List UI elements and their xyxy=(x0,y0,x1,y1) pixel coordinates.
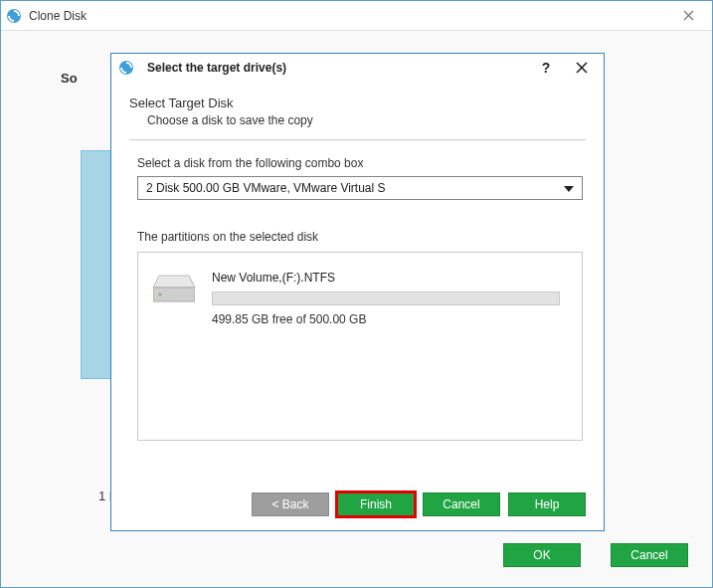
close-icon xyxy=(576,62,588,74)
main-footer-buttons: OK Cancel xyxy=(503,543,688,567)
finish-button[interactable]: Finish xyxy=(337,492,415,516)
dialog-titlebar: Select the target drive(s) ? xyxy=(111,54,604,82)
close-icon xyxy=(683,10,694,21)
main-window-title: Clone Disk xyxy=(29,9,87,23)
dialog-cancel-button[interactable]: Cancel xyxy=(423,492,500,516)
dialog-help-button[interactable]: ? xyxy=(532,56,560,80)
back-button[interactable]: < Back xyxy=(252,492,329,516)
dialog-app-icon xyxy=(117,59,135,77)
partitions-box: New Volume,(F:).NTFS 499.85 GB free of 5… xyxy=(137,252,583,441)
disk-icon xyxy=(152,271,196,310)
dialog-close-button[interactable] xyxy=(566,56,598,80)
partitions-label: The partitions on the selected disk xyxy=(137,230,586,244)
svg-marker-6 xyxy=(564,186,574,192)
target-disk-combo[interactable]: 2 Disk 500.00 GB VMware, VMware Virtual … xyxy=(137,176,583,200)
dialog-body: Select Target Disk Choose a disk to save… xyxy=(111,82,604,441)
free-space-label: 499.85 GB free of 500.00 GB xyxy=(212,312,568,326)
dialog-heading: Select Target Disk xyxy=(129,96,586,110)
cancel-button[interactable]: Cancel xyxy=(611,543,688,567)
partition-info: New Volume,(F:).NTFS 499.85 GB free of 5… xyxy=(212,271,568,326)
dialog-subheading: Choose a disk to save the copy xyxy=(147,113,586,127)
partition-row: New Volume,(F:).NTFS 499.85 GB free of 5… xyxy=(152,271,568,326)
svg-point-9 xyxy=(159,294,162,296)
main-close-button[interactable] xyxy=(668,2,708,30)
main-titlebar: Clone Disk xyxy=(1,1,712,31)
ok-button[interactable]: OK xyxy=(503,543,581,567)
svg-marker-7 xyxy=(153,276,195,288)
chevron-down-icon xyxy=(564,181,574,195)
divider xyxy=(129,139,586,140)
combo-selected-value: 2 Disk 500.00 GB VMware, VMware Virtual … xyxy=(146,181,386,195)
dialog-title: Select the target drive(s) xyxy=(147,61,286,75)
usage-bar xyxy=(212,292,560,305)
dialog-footer: < Back Finish Cancel Help xyxy=(252,492,586,516)
select-target-dialog: Select the target drive(s) ? Select Targ… xyxy=(110,53,605,531)
app-icon xyxy=(5,7,23,25)
combo-label: Select a disk from the following combo b… xyxy=(137,156,586,170)
volume-name: New Volume,(F:).NTFS xyxy=(212,271,568,285)
help-button[interactable]: Help xyxy=(508,492,586,516)
